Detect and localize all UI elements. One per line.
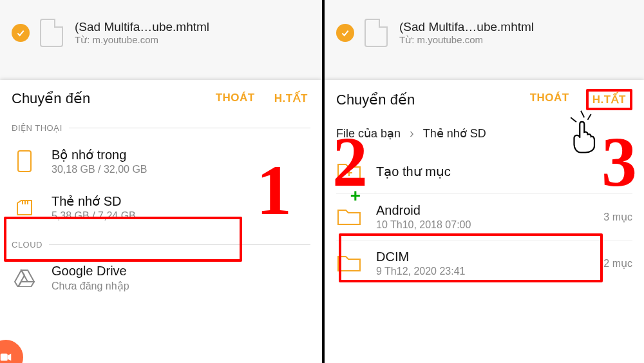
check-icon — [12, 24, 30, 42]
tutorial-composite: 13 Th5 20:42 739 KB (Sad Multifa…ube.mht… — [0, 0, 644, 363]
folder-sub: 10 Th10, 2018 07:00 — [376, 219, 589, 231]
section-cloud: CLOUD — [0, 231, 322, 255]
new-folder-label: Tạo thư mục — [376, 164, 632, 179]
exit-button[interactable]: THOÁT — [527, 89, 572, 110]
storage-sub: Chưa đăng nhập — [52, 280, 310, 292]
breadcrumb-root[interactable]: File của bạn — [336, 126, 401, 141]
document-icon — [40, 19, 63, 47]
phone-icon — [12, 148, 37, 174]
document-icon — [365, 19, 388, 47]
svg-line-11 — [581, 111, 584, 118]
file-source: Từ: m.youtube.com — [399, 34, 632, 46]
svg-line-12 — [571, 117, 576, 122]
storage-label: Thẻ nhớ SD — [52, 193, 310, 209]
folder-label: Android — [376, 203, 589, 218]
section-label: ĐIỆN THOẠI — [12, 123, 62, 133]
folder-plus-icon — [336, 159, 362, 184]
folder-icon — [336, 204, 362, 230]
folder-sub: 9 Th12, 2020 23:41 — [376, 266, 589, 277]
file-title: (Sad Multifa…ube.mhtml — [399, 20, 632, 34]
file-title: (Sad Multifa…ube.mhtml — [75, 20, 310, 34]
move-to-sheet: Chuyển đến THOÁT H.TẤT ĐIỆN THOẠI Bộ nhớ… — [0, 80, 322, 363]
sheet-title: Chuyển đến — [336, 92, 415, 108]
folder-label: DCIM — [376, 250, 589, 264]
sdcard-icon — [12, 195, 37, 221]
storage-label: Google Drive — [52, 264, 310, 279]
file-row-selected: (Sad Multifa…ube.mhtml Từ: m.youtube.com — [0, 9, 322, 57]
file-source: Từ: m.youtube.com — [75, 34, 310, 46]
folder-meta: 3 mục — [603, 211, 632, 223]
folder-android[interactable]: Android 10 Th10, 2018 07:00 3 mục — [325, 194, 644, 240]
gdrive-icon — [12, 265, 37, 291]
chevron-right-icon: › — [410, 126, 414, 141]
svg-marker-4 — [21, 270, 34, 282]
done-button[interactable]: H.TẤT — [586, 89, 632, 110]
svg-rect-7 — [1, 354, 8, 361]
pointer-hand-icon — [563, 110, 608, 157]
section-label: CLOUD — [12, 240, 43, 250]
svg-marker-8 — [8, 354, 12, 361]
dimmed-file-list: 13 Th5 20:42 739 KB (Sad Multifa…ube.mht… — [0, 0, 322, 57]
file-row-selected: (Sad Multifa…ube.mhtml Từ: m.youtube.com — [325, 9, 644, 57]
sheet-title: Chuyển đến — [12, 90, 90, 107]
check-icon — [336, 24, 354, 42]
section-phone: ĐIỆN THOẠI — [0, 114, 322, 138]
pane-right: 13 Th5 20:42 739 KB (Sad Multifa…ube.mht… — [322, 0, 644, 363]
storage-gdrive[interactable]: Google Drive Chưa đăng nhập — [0, 255, 322, 301]
svg-marker-6 — [18, 282, 34, 287]
breadcrumb-current: Thẻ nhớ SD — [423, 126, 486, 141]
file-row: 13 Th5 20:42 739 KB — [325, 0, 644, 9]
svg-line-13 — [588, 114, 591, 120]
exit-button[interactable]: THOÁT — [213, 89, 258, 108]
storage-label: Bộ nhớ trong — [52, 147, 310, 162]
pane-left: 13 Th5 20:42 739 KB (Sad Multifa…ube.mht… — [0, 0, 322, 363]
sheet-header: Chuyển đến THOÁT H.TẤT — [0, 80, 322, 114]
folder-icon — [336, 251, 362, 277]
dimmed-file-list: 13 Th5 20:42 739 KB (Sad Multifa…ube.mht… — [325, 0, 644, 57]
storage-sub: 30,18 GB / 32,00 GB — [52, 164, 310, 175]
storage-internal[interactable]: Bộ nhớ trong 30,18 GB / 32,00 GB — [0, 138, 322, 184]
file-row: 13 Th5 20:42 739 KB — [0, 0, 322, 9]
done-button[interactable]: H.TẤT — [272, 89, 310, 108]
folder-dcim[interactable]: DCIM 9 Th12, 2020 23:41 2 mục — [325, 240, 644, 286]
svg-rect-0 — [18, 151, 31, 172]
cursor-plus-icon: + — [350, 186, 361, 205]
folder-meta: 2 mục — [603, 257, 632, 270]
storage-sub: 5,38 GB / 7,24 GB — [52, 210, 310, 222]
storage-sdcard[interactable]: Thẻ nhớ SD 5,38 GB / 7,24 GB — [0, 184, 322, 231]
